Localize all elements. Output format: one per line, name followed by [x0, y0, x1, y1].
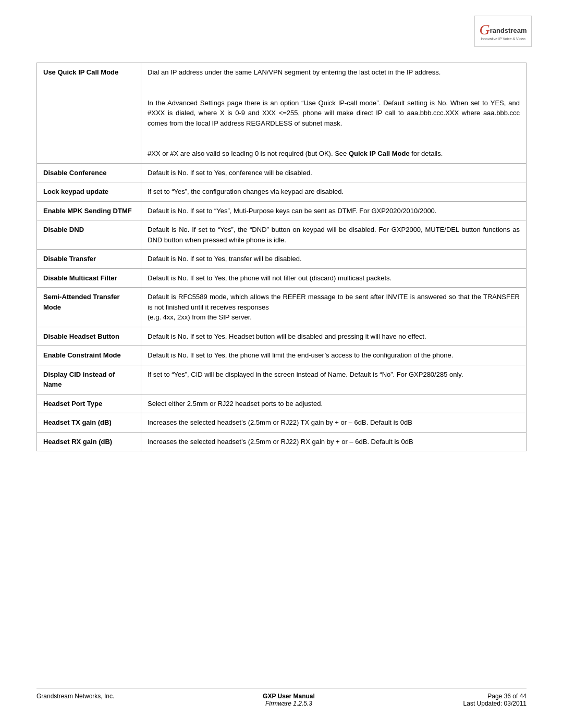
logo-tagline: Innovative IP Voice & Video [481, 37, 525, 41]
logo-area: G randstream Innovative IP Voice & Video [474, 16, 532, 47]
table-row: Headset RX gain (dB)Increases the select… [37, 432, 527, 451]
table-row: Semi-Attended Transfer ModeDefault is RF… [37, 288, 527, 327]
logo-g-icon: G [479, 22, 489, 37]
table-row: Headset TX gain (dB)Increases the select… [37, 413, 527, 433]
term-cell: Headset TX gain (dB) [37, 413, 141, 433]
term-cell: Display CID instead of Name [37, 365, 141, 394]
logo-brand: randstream [490, 22, 527, 34]
table-row: Lock keypad updateIf set to “Yes”, the c… [37, 182, 527, 202]
footer-updated: Last Updated: 03/2011 [463, 700, 527, 707]
definition-paragraph-mixed: #XX or #X are also valid so leading 0 is… [148, 149, 520, 159]
term-cell: Headset RX gain (dB) [37, 432, 141, 451]
footer-right: Page 36 of 44 Last Updated: 03/2011 [463, 693, 527, 707]
definition-cell: Default is No. If set to “Yes”, the “DND… [141, 220, 527, 250]
definition-cell: Increases the selected headset’s (2.5mm … [141, 413, 527, 433]
term-cell: Headset Port Type [37, 394, 141, 413]
term-cell: Disable Multicast Filter [37, 268, 141, 288]
definition-cell: Increases the selected headset’s (2.5mm … [141, 432, 527, 451]
definition-cell: Dial an IP address under the same LAN/VP… [141, 63, 527, 164]
table-row: Disable TransferDefault is No. If set to… [37, 250, 527, 269]
definition-cell: Default is No. If set to Yes, transfer w… [141, 250, 527, 269]
table-row: Use Quick IP Call ModeDial an IP address… [37, 63, 527, 164]
footer-manual: GXP User Manual [263, 693, 315, 700]
table-row: Enable Constraint ModeDefault is No. If … [37, 346, 527, 365]
page-container: G randstream Innovative IP Voice & Video… [0, 0, 563, 728]
table-row: Display CID instead of NameIf set to “Ye… [37, 365, 527, 394]
definition-cell: If set to “Yes”, CID will be displayed i… [141, 365, 527, 394]
term-cell: Semi-Attended Transfer Mode [37, 288, 141, 327]
term-cell: Lock keypad update [37, 182, 141, 202]
footer-page: Page 36 of 44 [463, 693, 527, 700]
definition-cell: Select either 2.5mm or RJ22 headset port… [141, 394, 527, 413]
table-row: Disable ConferenceDefault is No. If set … [37, 163, 527, 182]
term-cell: Enable Constraint Mode [37, 346, 141, 365]
logo-box: G randstream Innovative IP Voice & Video [474, 16, 532, 47]
definition-cell: Default is No. If set to Yes, the phone … [141, 268, 527, 288]
definition-cell: If set to “Yes”, the configuration chang… [141, 182, 527, 202]
table-row: Enable MPK Sending DTMFDefault is No. If… [37, 201, 527, 220]
definition-paragraph: Dial an IP address under the same LAN/VP… [148, 67, 520, 78]
definition-cell: Default is No. If set to “Yes”, Muti-Pur… [141, 201, 527, 220]
footer-left: Grandstream Networks, Inc. [36, 693, 114, 700]
table-row: Disable Multicast FilterDefault is No. I… [37, 268, 527, 288]
footer-center: GXP User Manual Firmware 1.2.5.3 [263, 693, 315, 707]
term-cell: Use Quick IP Call Mode [37, 63, 141, 164]
term-cell: Disable Conference [37, 163, 141, 182]
term-cell: Enable MPK Sending DTMF [37, 201, 141, 220]
table-row: Headset Port TypeSelect either 2.5mm or … [37, 394, 527, 413]
term-cell: Disable Headset Button [37, 327, 141, 346]
footer-firmware: Firmware 1.2.5.3 [263, 700, 315, 707]
definition-cell: Default is No. If set to Yes, Headset bu… [141, 327, 527, 346]
definition-cell: Default is No. If set to Yes, the phone … [141, 346, 527, 365]
footer: Grandstream Networks, Inc. GXP User Manu… [36, 688, 527, 707]
term-cell: Disable DND [37, 220, 141, 250]
table-row: Disable Headset ButtonDefault is No. If … [37, 327, 527, 346]
definition-cell: Default is No. If set to Yes, conference… [141, 163, 527, 182]
main-table: Use Quick IP Call ModeDial an IP address… [36, 63, 527, 451]
term-cell: Disable Transfer [37, 250, 141, 269]
definition-paragraph: In the Advanced Settings page there is a… [148, 98, 520, 129]
table-row: Disable DNDDefault is No. If set to “Yes… [37, 220, 527, 250]
definition-cell: Default is RFC5589 mode, which allows th… [141, 288, 527, 327]
